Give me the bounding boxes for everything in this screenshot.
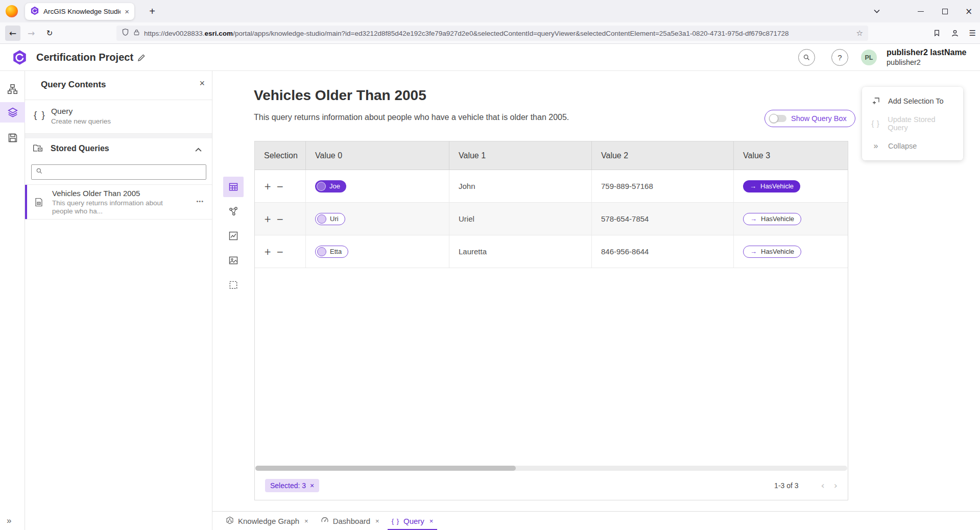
table-cell: John [449, 170, 592, 202]
table-empty-area [255, 268, 848, 466]
show-query-box-toggle[interactable]: Show Query Box [764, 110, 855, 127]
tab-close-icon[interactable]: × [429, 517, 434, 525]
search-input[interactable] [46, 168, 202, 176]
browser-window: ArcGIS Knowledge Studio × + × ← → ↻ http… [0, 0, 980, 530]
show-query-box-label: Show Query Box [791, 114, 847, 123]
table-cell: Uriel [449, 203, 592, 235]
back-button[interactable]: ← [5, 26, 20, 41]
help-button[interactable]: ? [831, 49, 848, 66]
braces-icon: { } [870, 119, 881, 128]
table-cell: Lauretta [449, 235, 592, 268]
horizontal-scrollbar[interactable] [255, 466, 847, 471]
column-header: Value 0 [306, 141, 449, 170]
add-to-selection-icon[interactable]: + [264, 247, 276, 257]
chevron-up-icon[interactable] [195, 145, 202, 154]
entity-pill[interactable]: Joe [315, 180, 346, 192]
relationship-pill[interactable]: →HasVehicle [743, 213, 801, 225]
map-view-icon[interactable] [223, 250, 244, 271]
remove-from-selection-icon[interactable]: − [276, 214, 289, 224]
user-username: publisher2 [887, 58, 967, 67]
edit-title-pencil-icon[interactable] [135, 51, 148, 64]
remove-from-selection-icon[interactable]: − [276, 247, 289, 257]
tab-query[interactable]: { } Query × [386, 512, 440, 530]
browser-tab-title: ArcGIS Knowledge Studio [43, 8, 121, 15]
selected-count-chip[interactable]: Selected: 3 × [265, 479, 319, 492]
new-tab-button[interactable]: + [145, 4, 160, 19]
add-to-selection-icon[interactable]: + [264, 214, 276, 224]
shield-icon[interactable] [122, 28, 129, 38]
selection-tool-icon[interactable] [223, 275, 244, 295]
view-tab-bar: Knowledge Graph × Dashboard × { } Query … [212, 511, 980, 530]
braces-icon: { } [392, 517, 399, 525]
column-header: Selection [255, 141, 306, 170]
reload-button[interactable]: ↻ [42, 26, 57, 41]
options-context-menu: Add Selection To { } Update Stored Query… [862, 87, 963, 160]
stored-query-item[interactable]: Vehicles Older Than 2005 This query retu… [25, 184, 212, 220]
data-model-icon[interactable] [0, 79, 25, 99]
window-maximize-button[interactable] [936, 0, 953, 22]
table-view-icon[interactable] [223, 177, 244, 197]
account-icon[interactable] [951, 29, 959, 37]
arcgis-favicon-icon [30, 6, 39, 17]
entity-pill[interactable]: Etta [315, 246, 348, 258]
table-cell: 846-956-8644 [592, 235, 734, 268]
query-item[interactable]: { } Query Create new queries [25, 100, 212, 134]
pagination-range: 1-3 of 3 [774, 481, 798, 490]
lock-icon[interactable] [133, 29, 140, 38]
arrow-right-icon: → [750, 182, 756, 190]
bookmark-star-icon[interactable]: ☆ [856, 29, 863, 38]
next-page-icon[interactable]: › [834, 480, 838, 491]
tab-close-icon[interactable]: × [304, 517, 308, 525]
stored-queries-search[interactable] [31, 164, 206, 180]
relationship-pill[interactable]: →HasVehicle [743, 246, 801, 258]
user-info[interactable]: publisher2 lastName publisher2 [887, 47, 967, 67]
search-icon [36, 167, 43, 177]
item-options-icon[interactable]: ••• [196, 198, 204, 204]
user-avatar[interactable]: PL [861, 50, 877, 65]
table-row: + − Uri Uriel 578-654-7854 →HasVehicle [255, 203, 848, 235]
add-to-selection-icon[interactable]: + [264, 181, 276, 191]
firefox-icon[interactable] [6, 5, 18, 17]
stored-query-description: This query returns information about peo… [52, 199, 181, 215]
window-close-button[interactable]: × [960, 0, 977, 22]
app-header: Certification Project ? PL publisher2 la… [0, 44, 980, 71]
entity-pill[interactable]: Uri [315, 213, 345, 225]
tab-close-icon[interactable]: × [375, 517, 379, 525]
panel-title: Query Contents [41, 80, 106, 90]
remove-from-selection-icon[interactable]: − [276, 181, 289, 191]
forward-button[interactable]: → [23, 26, 39, 41]
window-minimize-button[interactable] [912, 0, 929, 22]
double-chevron-right-icon: » [870, 141, 881, 151]
contents-layers-icon[interactable] [0, 102, 25, 123]
main-content: Vehicles Older Than 2005 This query retu… [212, 71, 980, 530]
view-toolbar [223, 177, 244, 299]
query-item-subtitle: Create new queries [51, 117, 111, 125]
result-title: Vehicles Older Than 2005 [254, 87, 426, 104]
toggle-switch[interactable] [769, 114, 786, 123]
menu-item-add-selection-to[interactable]: Add Selection To [862, 90, 963, 112]
pocket-icon[interactable] [933, 29, 941, 37]
list-tabs-icon[interactable] [868, 0, 886, 22]
tab-close-icon[interactable]: × [125, 8, 129, 15]
chart-view-icon[interactable] [223, 226, 244, 246]
panel-close-icon[interactable]: × [199, 78, 205, 89]
stored-queries-header[interactable]: Stored Queries [25, 138, 212, 159]
menu-item-collapse[interactable]: » Collapse [862, 135, 963, 157]
expand-rail-icon[interactable]: » [7, 516, 11, 526]
menu-item-label: Add Selection To [888, 97, 944, 105]
menu-icon[interactable]: ☰ [969, 29, 976, 38]
save-icon[interactable] [0, 128, 25, 148]
clear-selection-icon[interactable]: × [310, 481, 314, 490]
browser-tab-strip: ArcGIS Knowledge Studio × + × [0, 0, 980, 22]
search-button[interactable] [798, 49, 815, 66]
scrollbar-thumb[interactable] [255, 466, 516, 471]
relationship-pill[interactable]: →HasVehicle [743, 180, 800, 192]
menu-item-update-stored-query: { } Update Stored Query [862, 112, 963, 135]
tab-knowledge-graph[interactable]: Knowledge Graph × [220, 512, 315, 530]
link-chart-view-icon[interactable] [223, 201, 244, 222]
browser-tab[interactable]: ArcGIS Knowledge Studio × [25, 3, 134, 20]
tab-label: Dashboard [333, 517, 370, 525]
previous-page-icon[interactable]: ‹ [821, 480, 825, 491]
url-bar[interactable]: https://dev0028833.esri.com/portal/apps/… [116, 26, 868, 41]
tab-dashboard[interactable]: Dashboard × [315, 512, 386, 530]
